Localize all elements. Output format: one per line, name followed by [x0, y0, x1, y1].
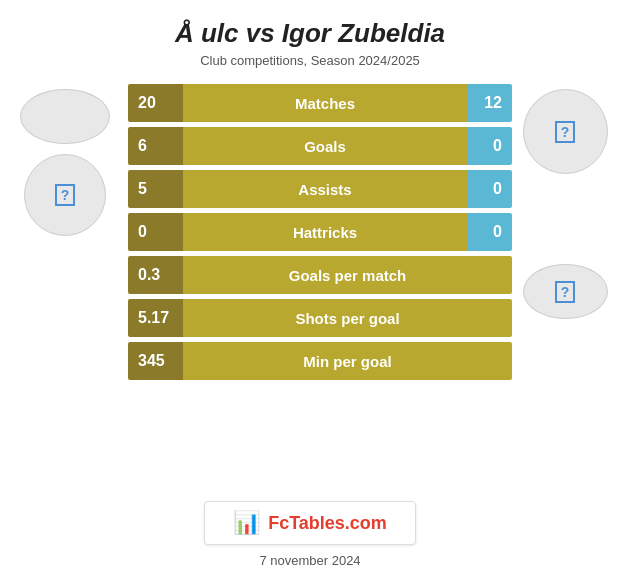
stat-row-shots-per-goal: 5.17Shots per goal — [128, 299, 512, 337]
stat-left-value-assists: 5 — [128, 170, 183, 208]
stat-left-value-shots-per-goal: 5.17 — [128, 299, 183, 337]
stat-row-goals: 6Goals0 — [128, 127, 512, 165]
content-area: ? 20Matches126Goals05Assists00Hattricks0… — [0, 74, 620, 489]
stat-bar-hattricks: 0Hattricks0 — [128, 213, 512, 251]
question-icon: ? — [55, 184, 76, 206]
stat-bar-goals-per-match: 0.3Goals per match — [128, 256, 512, 294]
stat-row-hattricks: 0Hattricks0 — [128, 213, 512, 251]
footer-date: 7 november 2024 — [259, 553, 360, 580]
stat-right-value-goals: 0 — [467, 127, 512, 165]
stat-left-value-goals-per-match: 0.3 — [128, 256, 183, 294]
right-avatars: ? ? — [520, 84, 610, 319]
stat-row-assists: 5Assists0 — [128, 170, 512, 208]
stat-left-value-hattricks: 0 — [128, 213, 183, 251]
stat-bar-matches: 20Matches12 — [128, 84, 512, 122]
stat-bar-shots-per-goal: 5.17Shots per goal — [128, 299, 512, 337]
stat-row-min-per-goal: 345Min per goal — [128, 342, 512, 380]
left-avatars: ? — [10, 84, 120, 236]
stat-row-goals-per-match: 0.3Goals per match — [128, 256, 512, 294]
right-avatar-player: ? — [523, 89, 608, 174]
right-avatar-team: ? — [523, 264, 608, 319]
page-container: Å ulc vs Igor Zubeldia Club competitions… — [0, 0, 620, 580]
stat-label-goals: Goals — [183, 127, 467, 165]
stat-left-value-goals: 6 — [128, 127, 183, 165]
question-icon-right2: ? — [555, 281, 576, 303]
stat-row-matches: 20Matches12 — [128, 84, 512, 122]
stat-right-value-hattricks: 0 — [467, 213, 512, 251]
stat-label-matches: Matches — [183, 84, 467, 122]
subtitle: Club competitions, Season 2024/2025 — [175, 53, 445, 68]
stat-bar-goals: 6Goals0 — [128, 127, 512, 165]
question-icon-right: ? — [555, 121, 576, 143]
title-section: Å ulc vs Igor Zubeldia Club competitions… — [155, 0, 465, 74]
logo-chart-icon: 📊 — [233, 510, 260, 536]
stat-left-value-matches: 20 — [128, 84, 183, 122]
stat-right-value-matches: 12 — [467, 84, 512, 122]
stat-right-value-assists: 0 — [467, 170, 512, 208]
left-avatar-team — [20, 89, 110, 144]
logo-text: FcTables.com — [268, 513, 387, 534]
stat-bar-min-per-goal: 345Min per goal — [128, 342, 512, 380]
page-title: Å ulc vs Igor Zubeldia — [175, 18, 445, 49]
logo-section[interactable]: 📊 FcTables.com — [204, 501, 416, 545]
stat-label-hattricks: Hattricks — [183, 213, 467, 251]
stat-bar-assists: 5Assists0 — [128, 170, 512, 208]
stat-label-goals-per-match: Goals per match — [183, 256, 512, 294]
stat-label-min-per-goal: Min per goal — [183, 342, 512, 380]
stat-label-assists: Assists — [183, 170, 467, 208]
stat-label-shots-per-goal: Shots per goal — [183, 299, 512, 337]
left-avatar-player: ? — [24, 154, 106, 236]
stat-left-value-min-per-goal: 345 — [128, 342, 183, 380]
stats-section: 20Matches126Goals05Assists00Hattricks00.… — [120, 84, 520, 380]
